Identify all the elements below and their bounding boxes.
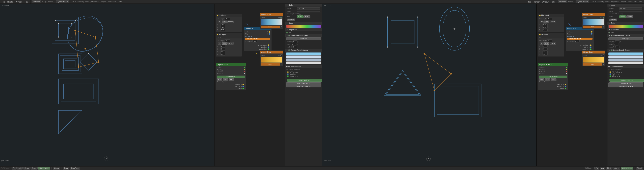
color-section-header[interactable]: ▼ Color [285, 22, 322, 25]
grease-layer-check[interactable]: ✓ [288, 35, 290, 36]
right-bake-btn-2[interactable]: BAKE [583, 63, 602, 66]
bottom-add-btn[interactable]: Add [17, 167, 23, 170]
right-bottom-object-mode-btn[interactable]: Object Mode [621, 167, 633, 170]
right-color-header[interactable]: ▼ Color [608, 22, 644, 25]
right-tab-int-1[interactable]: Int [540, 20, 544, 23]
menu-help[interactable]: Help [24, 0, 30, 3]
gp-swatch-2[interactable] [286, 56, 321, 58]
name-val[interactable]: List Input [297, 7, 320, 10]
right-get-selection-btn[interactable]: Get selection [539, 76, 567, 78]
bake-icon-2[interactable]: ⚙ [280, 64, 282, 65]
right-show-latest-btn[interactable]: Show latest commits [608, 85, 643, 87]
menu-file[interactable]: File [1, 0, 6, 3]
right-gp-swatch-1[interactable] [608, 53, 643, 55]
right-tab-vector-1[interactable]: Vector [550, 20, 556, 23]
right-tab-vector-2[interactable]: Vector [550, 42, 556, 45]
bake-btn-2[interactable]: BAKE [261, 63, 280, 66]
bottom-mesh-btn[interactable]: Mesh [23, 167, 30, 170]
bake-icon-1[interactable]: ⚙ [280, 26, 282, 28]
menu-render[interactable]: Render [6, 0, 14, 3]
right-wgr-btn[interactable]: WGr [551, 79, 556, 81]
tab-float-1[interactable]: Float [222, 20, 227, 23]
tab-float-2[interactable]: Float [222, 42, 227, 45]
left-3d-viewport[interactable]: Top Ortho [0, 4, 214, 166]
gp-swatch-3[interactable] [286, 59, 321, 61]
right-gp-swatch-3[interactable] [608, 59, 643, 61]
right-bottom-global-btn[interactable]: Global [636, 167, 643, 170]
right-grease-layer-header[interactable]: ▼ ✓ Grease Pencil Layers [608, 34, 644, 37]
bottom-object-mode-btn[interactable]: Object Mode [38, 167, 50, 170]
right-check-btn[interactable]: Check for updates [608, 83, 643, 85]
val-0-2[interactable]: 4 [220, 45, 226, 47]
right-grease-layer-check[interactable]: ✓ [611, 35, 612, 36]
right-gp-swatch-2[interactable] [608, 56, 643, 58]
val-2-1[interactable]: 0.30 [220, 29, 226, 31]
right-show-check-1[interactable]: ✓ [602, 17, 604, 18]
gp-swatch-4[interactable] [286, 62, 321, 64]
check-updates-btn[interactable]: Check for updates [286, 83, 321, 85]
r-double-val[interactable]: 0.00 [252, 40, 258, 42]
right-constant-weighted[interactable]: Constant Weighted [567, 38, 592, 40]
show-icon-1[interactable]: 👁 [278, 17, 280, 18]
list-length-val-1[interactable]: 3 [225, 18, 230, 20]
right-bottom-mesh-btn[interactable]: Mesh [606, 167, 612, 170]
right-external-btn[interactable]: external [610, 18, 617, 21]
tab-vector-1[interactable]: Vector [228, 20, 234, 23]
right-menu-render[interactable]: Render [532, 0, 540, 3]
right-node-canvas[interactable]: List Input List Length 3 Int Float Vecto… [537, 4, 607, 166]
right-post-btn[interactable]: Post [545, 79, 550, 81]
show-checkbox-2[interactable] [280, 55, 282, 56]
color-gradient-bar[interactable] [286, 25, 321, 28]
grease-layer-header[interactable]: ▼ ✓ Grease Pencil Layers [285, 34, 322, 37]
right-grease-colors-check[interactable]: ✓ [611, 49, 612, 51]
sort-btn[interactable]: Sort [217, 79, 222, 81]
right-io-header[interactable]: ▶ for input/output [608, 65, 644, 68]
left-node-canvas[interactable]: List Input List Length 3 Int Float Vecto… [214, 4, 285, 166]
update-nodetree-btn[interactable]: Update NodeTree [287, 79, 322, 82]
get-selection-btn[interactable]: Get selection [217, 76, 245, 78]
right-online-btn[interactable]: online [619, 15, 626, 18]
right-bake-btn-1[interactable]: BAKE [583, 26, 602, 28]
right-menu-file[interactable]: File [527, 0, 532, 3]
field-checkbox[interactable]: ✓ [286, 32, 288, 33]
right-update-btn[interactable]: Update NodeTree [610, 79, 644, 82]
offline-btn[interactable]: offline [304, 15, 310, 18]
layers-val[interactable]: 8 [292, 40, 298, 43]
tab-int-2[interactable]: Int [218, 42, 221, 45]
show-checkbox-1[interactable]: ✓ [280, 17, 282, 18]
note-val[interactable]: 8 [291, 43, 296, 45]
right-tab-float-1[interactable]: Float [544, 20, 549, 23]
properties-section-header[interactable]: ▼ Properties [285, 28, 322, 31]
right-sort-btn[interactable]: Sort [539, 79, 544, 81]
new-layer-btn[interactable]: New Layer [286, 37, 321, 40]
tab-int-1[interactable]: Int [218, 20, 221, 23]
noder-val[interactable]: 8 [292, 46, 297, 48]
online-btn[interactable]: online [297, 15, 304, 18]
wgr-btn[interactable]: WGr [229, 79, 234, 81]
bottom-object-btn[interactable]: Object [30, 167, 38, 170]
show-icon-2[interactable]: 👁 [278, 55, 280, 56]
right-tab-int-2[interactable]: Int [540, 42, 544, 45]
right-menu-window[interactable]: Window [541, 0, 550, 3]
bottom-node-btn[interactable]: Node [63, 167, 70, 170]
right-bottom-object-btn[interactable]: Object [613, 167, 620, 170]
list-length-val-2[interactable]: 4 [225, 39, 230, 42]
grease-colors-check[interactable]: ✓ [288, 49, 290, 51]
bottom-file-btn[interactable]: File [12, 167, 16, 170]
right-tab-float-2[interactable]: Float [544, 42, 549, 45]
val-0-1[interactable]: 0.00 [220, 23, 226, 26]
right-node-section-header[interactable]: ▼ Node [608, 4, 644, 6]
right-show-check-2[interactable] [602, 55, 604, 56]
right-bottom-file-btn[interactable]: File [594, 167, 600, 170]
post-btn[interactable]: Post [223, 79, 228, 81]
right-bottom-add-btn[interactable]: Add [600, 167, 606, 170]
node-section-header[interactable]: ▼ Node [285, 4, 322, 6]
show-latest-btn[interactable]: Show latest commits [286, 85, 321, 87]
external-btn[interactable]: external [287, 18, 295, 21]
bake-btn-1[interactable]: BAKE [261, 26, 280, 28]
right-properties-header[interactable]: ▼ Properties [608, 28, 644, 31]
right-field-check[interactable]: ✓ [608, 32, 610, 33]
tab-vector-2[interactable]: Vector [228, 42, 234, 45]
right-3d-viewport[interactable]: Top Ortho [322, 4, 537, 166]
val-1-2[interactable]: 8 [220, 48, 226, 50]
